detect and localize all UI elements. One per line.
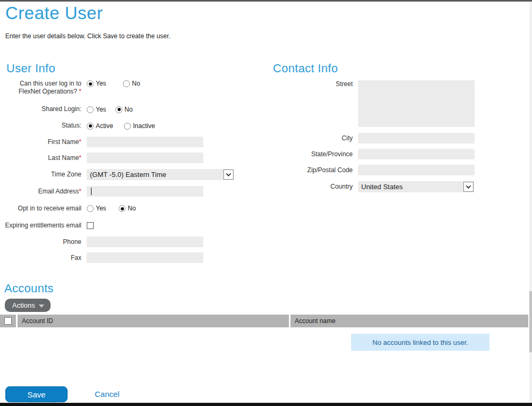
zip-label: Zip/Postal Code bbox=[273, 166, 358, 174]
fax-label: Fax bbox=[0, 254, 87, 262]
radio-icon[interactable] bbox=[124, 123, 131, 130]
radio-label: No bbox=[128, 205, 136, 212]
radio-opt-in-yes[interactable]: Yes bbox=[87, 205, 119, 212]
radio-icon[interactable] bbox=[119, 205, 126, 212]
radio-icon[interactable] bbox=[87, 123, 94, 130]
radio-label: Active bbox=[96, 122, 113, 130]
required-marker: * bbox=[79, 88, 81, 95]
radio-icon[interactable] bbox=[87, 80, 94, 87]
cancel-link[interactable]: Cancel bbox=[95, 390, 120, 399]
city-label: City bbox=[273, 134, 358, 142]
page-title: Create User bbox=[5, 3, 103, 23]
form-row-last-name: Last Name* bbox=[0, 150, 250, 166]
form-row-street: Street bbox=[273, 78, 523, 130]
form-row-email: Email Address* bbox=[0, 183, 250, 200]
bottom-bar bbox=[0, 403, 532, 406]
first-name-input[interactable] bbox=[87, 137, 203, 147]
time-zone-select[interactable]: (GMT -5.0) Eastern Time bbox=[87, 169, 234, 180]
radio-icon[interactable] bbox=[87, 106, 94, 113]
select-all-checkbox[interactable] bbox=[4, 317, 12, 325]
phone-label: Phone bbox=[0, 238, 87, 246]
country-select[interactable]: United States bbox=[358, 181, 474, 192]
accounts-table-header: Account ID Account name bbox=[0, 315, 528, 327]
radio-opt-in-no[interactable]: No bbox=[119, 205, 155, 212]
section-heading-user-info: User Info bbox=[6, 62, 55, 75]
email-input[interactable] bbox=[87, 186, 203, 197]
column-header-account-id[interactable]: Account ID bbox=[18, 315, 289, 327]
time-zone-label: Time Zone bbox=[0, 171, 87, 179]
section-heading-contact-info: Contact Info bbox=[273, 62, 338, 75]
expiring-entitlements-checkbox[interactable] bbox=[87, 222, 94, 229]
scrollbar-thumb[interactable] bbox=[529, 291, 532, 352]
empty-state-message: No accounts linked to this user. bbox=[351, 334, 489, 351]
last-name-label: Last Name* bbox=[0, 154, 87, 162]
scrollbar[interactable] bbox=[529, 2, 532, 406]
radio-icon[interactable] bbox=[115, 106, 122, 113]
form-row-shared-login: Shared Login: Yes No bbox=[0, 101, 250, 117]
expiring-email-label: Expiring entitlements email bbox=[0, 222, 87, 230]
select-all-cell bbox=[0, 315, 16, 327]
chevron-down-icon[interactable] bbox=[223, 170, 234, 180]
radio-status-active[interactable]: Active bbox=[87, 122, 124, 130]
form-row-zip: Zip/Postal Code bbox=[273, 162, 523, 178]
form-row-first-name: First Name* bbox=[0, 134, 250, 150]
page-subtitle: Enter the user details below. Click Save… bbox=[5, 32, 170, 40]
last-name-input[interactable] bbox=[87, 153, 203, 163]
required-marker: * bbox=[79, 154, 81, 162]
radio-icon[interactable] bbox=[123, 80, 130, 87]
radio-shared-login-no[interactable]: No bbox=[115, 106, 152, 113]
actions-button-label: Actions bbox=[12, 301, 35, 309]
text-caret bbox=[91, 188, 92, 195]
form-row-status: Status: Active Inactive bbox=[0, 117, 250, 134]
form-row-state: State/Province bbox=[273, 146, 523, 162]
status-label: Status: bbox=[0, 122, 87, 130]
form-row-can-login: Can this user log in to FlexNet Operatio… bbox=[0, 78, 250, 101]
can-login-label: Can this user log in to FlexNet Operatio… bbox=[19, 80, 81, 95]
radio-label: No bbox=[132, 80, 140, 87]
form-row-time-zone: Time Zone (GMT -5.0) Eastern Time bbox=[0, 166, 250, 183]
required-marker: * bbox=[79, 138, 81, 146]
radio-can-login-no[interactable]: No bbox=[123, 80, 159, 87]
fax-input[interactable] bbox=[87, 252, 203, 263]
caret-down-icon bbox=[39, 304, 44, 308]
column-header-account-name[interactable]: Account name bbox=[290, 315, 528, 327]
chevron-down-icon[interactable] bbox=[463, 182, 473, 192]
field-label: Can this user log in to FlexNet Operatio… bbox=[0, 80, 87, 96]
time-zone-value: (GMT -5.0) Eastern Time bbox=[87, 171, 167, 179]
radio-status-inactive[interactable]: Inactive bbox=[124, 122, 160, 130]
radio-label: Inactive bbox=[133, 122, 155, 130]
phone-input[interactable] bbox=[87, 236, 203, 247]
form-row-fax: Fax bbox=[0, 250, 250, 266]
first-name-label: First Name* bbox=[0, 138, 87, 146]
email-label: Email Address* bbox=[0, 188, 87, 196]
zip-input[interactable] bbox=[358, 165, 475, 175]
shared-login-label: Shared Login: bbox=[0, 105, 87, 113]
radio-label: Yes bbox=[96, 106, 106, 113]
radio-label: Yes bbox=[96, 205, 106, 212]
opt-in-label: Opt in to receive email bbox=[0, 205, 87, 213]
form-row-opt-in: Opt in to receive email Yes No bbox=[0, 200, 250, 217]
form-row-phone: Phone bbox=[0, 234, 250, 250]
actions-button[interactable]: Actions bbox=[5, 299, 51, 312]
section-heading-accounts: Accounts bbox=[4, 282, 54, 295]
street-label: Street bbox=[273, 80, 358, 88]
contact-info-form: Street City State/Province Zip/Postal Co… bbox=[273, 78, 523, 195]
radio-shared-login-yes[interactable]: Yes bbox=[87, 106, 115, 113]
state-label: State/Province bbox=[273, 150, 358, 158]
form-row-country: Country United States bbox=[273, 178, 523, 195]
country-label: Country bbox=[273, 183, 358, 191]
user-info-form: Can this user log in to FlexNet Operatio… bbox=[0, 78, 250, 266]
form-row-expiring-email: Expiring entitlements email bbox=[0, 217, 250, 234]
form-row-city: City bbox=[273, 130, 523, 146]
city-input[interactable] bbox=[358, 133, 475, 143]
required-marker: * bbox=[79, 188, 81, 195]
radio-label: No bbox=[124, 106, 132, 113]
radio-label: Yes bbox=[96, 80, 106, 87]
top-border bbox=[0, 0, 532, 2]
radio-icon[interactable] bbox=[87, 205, 94, 212]
state-input[interactable] bbox=[358, 149, 475, 159]
save-button[interactable]: Save bbox=[5, 386, 68, 402]
radio-can-login-yes[interactable]: Yes bbox=[87, 80, 123, 87]
country-value: United States bbox=[358, 183, 403, 191]
street-textarea[interactable] bbox=[358, 80, 475, 127]
